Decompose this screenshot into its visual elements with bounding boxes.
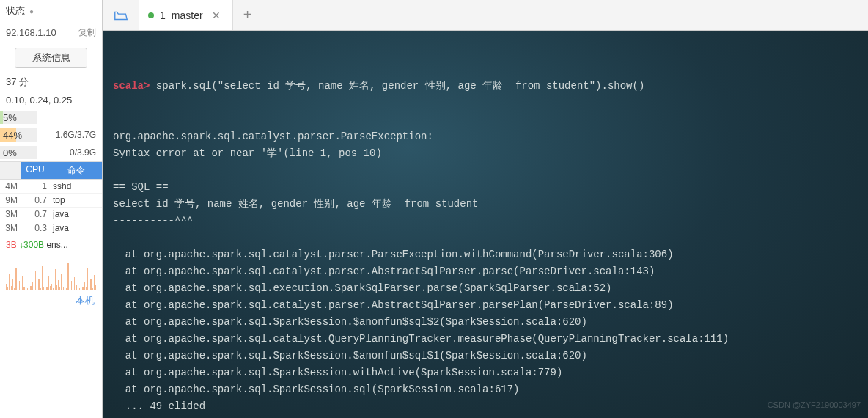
ip-address: 92.168.1.10: [6, 27, 56, 38]
proc-cmd: sshd: [50, 180, 102, 193]
proc-mem: 3M: [0, 221, 21, 235]
proc-cpu: 0.7: [21, 194, 50, 207]
terminal-line: ----------^^^: [113, 213, 858, 230]
spark-bar: [32, 282, 33, 290]
spark-bar: [45, 282, 45, 290]
watermark: CSDN @ZYF2190003497: [768, 397, 861, 414]
spark-bar: [27, 288, 28, 290]
spark-bar: [26, 283, 26, 290]
usage-bar: 44% 1.6G/3.7G: [0, 126, 102, 144]
spark-bar: [78, 284, 78, 290]
col-cpu[interactable]: CPU: [21, 162, 50, 179]
table-row[interactable]: 3M0.3java: [0, 221, 102, 235]
table-row[interactable]: 4M1sshd: [0, 180, 102, 194]
copy-button[interactable]: 复制: [78, 26, 96, 39]
terminal-line: at org.apache.spark.sql.execution.SparkS…: [113, 280, 858, 297]
terminal-line: org.apache.spark.sql.catalyst.parser.Par…: [113, 128, 858, 145]
bar-right: 1.6G/3.7G: [37, 130, 102, 140]
tab-close-button[interactable]: ✕: [209, 10, 224, 21]
loadavg-text: 0.10, 0.24, 0.25: [0, 92, 102, 109]
spark-bar: [65, 283, 65, 290]
terminal-line: at org.apache.spark.sql.catalyst.parser.…: [113, 263, 858, 280]
col-cmd[interactable]: 命令: [50, 162, 102, 179]
sidebar: 状态 ● 92.168.1.10 复制 系统信息 37 分 0.10, 0.24…: [0, 0, 103, 418]
terminal-line: ... 49 elided: [113, 398, 858, 415]
local-machine-label[interactable]: 本机: [0, 291, 102, 310]
spark-bar: [11, 286, 12, 290]
uptime-text: 37 分: [0, 73, 102, 92]
terminal-line: at org.apache.spark.sql.SparkSession.$an…: [113, 348, 858, 364]
spark-bar: [92, 288, 93, 290]
spark-bar: [23, 287, 24, 290]
spark-bar: [19, 281, 20, 290]
spark-bar: [86, 287, 87, 290]
spark-bar: [40, 288, 41, 290]
net-down: 3B: [6, 240, 17, 250]
terminal-line: at org.apache.spark.sql.SparkSession.wit…: [113, 364, 858, 381]
ip-row: 92.168.1.10 复制: [0, 22, 102, 43]
terminal-line: scala> spark.sql("select id 学号, name 姓名,…: [113, 78, 858, 95]
proc-cpu: 1: [21, 180, 50, 193]
tab-add-button[interactable]: +: [233, 0, 262, 30]
spark-bar: [35, 271, 36, 290]
proc-mem: 3M: [0, 208, 21, 221]
spark-bar: [29, 260, 29, 290]
spark-bar: [22, 276, 23, 290]
folder-button[interactable]: [103, 0, 139, 30]
spark-bar: [70, 286, 70, 290]
bar-pct: 5%: [0, 111, 3, 124]
terminal[interactable]: scala> spark.sql("select id 学号, name 姓名,…: [103, 31, 868, 418]
proc-cmd: top: [50, 194, 102, 207]
spark-bar: [56, 285, 57, 290]
terminal-line: [113, 162, 858, 179]
scala-prompt: scala>: [113, 80, 150, 92]
table-row[interactable]: 9M0.7top: [0, 194, 102, 208]
spark-bar: [7, 287, 8, 290]
network-sparkline: [0, 254, 102, 291]
spark-bar: [63, 287, 64, 290]
spark-bar: [82, 287, 83, 290]
folder-open-icon: [113, 7, 129, 23]
spark-bar: [73, 287, 73, 290]
tab-master[interactable]: 1 master ✕: [139, 0, 233, 30]
col-mem: [0, 162, 21, 179]
spark-bar: [46, 287, 47, 290]
spark-bar: [55, 269, 56, 290]
usage-bar: 5%: [0, 109, 102, 126]
spark-bar: [15, 268, 16, 290]
spark-bar: [48, 276, 49, 290]
proc-cmd: java: [50, 208, 102, 221]
spark-bar: [58, 280, 59, 290]
terminal-line: select id 学号, name 姓名, gender 性别, age 年龄…: [113, 196, 858, 213]
spark-bar: [38, 279, 39, 290]
spark-bar: [6, 284, 7, 290]
terminal-line: at org.apache.spark.sql.catalyst.parser.…: [113, 246, 858, 263]
tab-name: master: [172, 10, 203, 21]
terminal-cmd: spark.sql("select id 学号, name 姓名, gender…: [150, 80, 644, 92]
table-row[interactable]: 3M0.7java: [0, 208, 102, 221]
terminal-line: at org.apache.spark.sql.catalyst.parser.…: [113, 297, 858, 314]
spark-bar: [50, 286, 51, 290]
process-table-body: 4M1sshd9M0.7top3M0.7java3M0.3java: [0, 180, 102, 235]
system-info-button[interactable]: 系统信息: [15, 48, 87, 68]
spark-bar: [9, 274, 10, 290]
spark-bar: [74, 277, 75, 290]
proc-mem: 4M: [0, 180, 21, 193]
spark-bar: [59, 287, 60, 290]
proc-mem: 9M: [0, 194, 21, 207]
spark-bar: [66, 288, 67, 290]
spark-bar: [51, 284, 52, 290]
terminal-line: Syntax error at or near '学'(line 1, pos …: [113, 145, 858, 162]
spark-bar: [94, 275, 95, 290]
spark-bar: [30, 286, 31, 290]
main-area: 1 master ✕ + scala> spark.sql("select id…: [103, 0, 868, 418]
spark-bar: [61, 274, 62, 290]
spark-bar: [43, 287, 44, 290]
spark-bar: [53, 288, 54, 290]
status-label: 状态: [6, 4, 25, 18]
spark-bar: [37, 285, 37, 290]
net-up: ↓300B: [19, 240, 44, 250]
spark-bar: [79, 288, 80, 290]
spark-bar: [67, 263, 68, 290]
proc-cpu: 0.7: [21, 208, 50, 221]
